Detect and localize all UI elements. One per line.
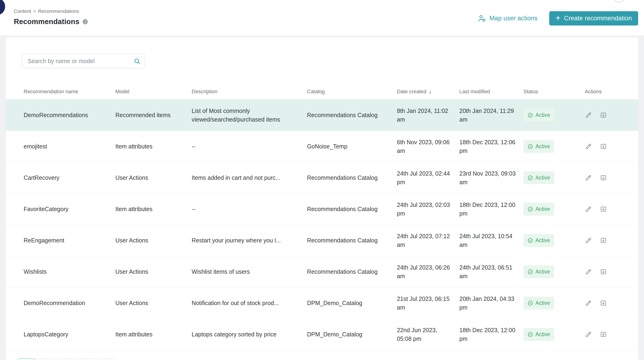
cell-last-modified: 18th Dec 2023, 12:06 pm bbox=[459, 138, 524, 155]
column-header-status[interactable]: Status bbox=[524, 89, 585, 95]
page-button-5[interactable]: 5 bbox=[98, 359, 116, 360]
cell-description: -- bbox=[192, 205, 307, 213]
create-recommendation-label: Create recommendation bbox=[564, 15, 632, 22]
page-button-4[interactable]: 4 bbox=[78, 359, 96, 360]
column-header-recommendation-name[interactable]: Recommendation name bbox=[24, 89, 115, 95]
cell-recommendation-name: DemoRecommendations bbox=[24, 111, 115, 119]
cell-recommendation-name: DemoRecommendation bbox=[24, 299, 115, 307]
cell-model: User Actions bbox=[115, 267, 192, 276]
column-header-last-modified[interactable]: Last modified bbox=[459, 89, 524, 95]
check-circle-icon bbox=[528, 206, 533, 212]
cell-last-modified: 23rd Nov 2023, 09:03 am bbox=[459, 169, 524, 186]
table-row[interactable]: DemoRecommendationUser ActionsNotificati… bbox=[6, 288, 638, 319]
cell-catalog: GoNoise_Temp bbox=[307, 142, 397, 151]
table-row[interactable]: CartRecoveryUser ActionsItems added in c… bbox=[6, 162, 638, 193]
archive-icon[interactable] bbox=[600, 299, 607, 307]
page-button-3[interactable]: 3 bbox=[58, 359, 76, 360]
table-row[interactable]: LaptopsCategoryItem attributesLaptops ca… bbox=[6, 319, 638, 350]
cell-date-created: 6th Nov 2023, 09:06 am bbox=[397, 138, 459, 155]
column-label: Description bbox=[192, 89, 218, 95]
table-row[interactable]: DemoRecommendationsRecommended itemsList… bbox=[6, 100, 638, 131]
table-row[interactable]: WishlistsUser ActionsWishlist items of u… bbox=[6, 256, 638, 288]
archive-icon[interactable] bbox=[600, 331, 607, 338]
info-icon[interactable]: i bbox=[82, 19, 88, 24]
cell-status: Active bbox=[524, 203, 585, 215]
breadcrumb-current: Recommendations bbox=[38, 8, 79, 14]
cell-actions bbox=[585, 112, 620, 119]
column-label: Status bbox=[524, 89, 538, 95]
cell-catalog: Recommendations Catalog bbox=[307, 111, 397, 119]
status-badge: Active bbox=[524, 328, 554, 341]
column-label: Model bbox=[115, 89, 130, 95]
table-row[interactable]: ReEngagementUser ActionsRestart your jou… bbox=[6, 225, 638, 256]
table-row[interactable]: emojitestItem attributes--GoNoise_Temp6t… bbox=[6, 131, 638, 162]
cell-date-created: 22nd Jun 2023, 05:08 pm bbox=[397, 326, 459, 343]
column-header-actions[interactable]: Actions bbox=[585, 89, 620, 95]
map-user-actions-label: Map user actions bbox=[489, 15, 538, 22]
column-label: Actions bbox=[585, 89, 602, 95]
cell-date-created: 24th Jul 2023, 02:03 pm bbox=[397, 200, 459, 218]
cell-date-created: 21st Jul 2023, 06:15 am bbox=[397, 295, 459, 312]
cell-status: Active bbox=[524, 297, 585, 310]
page-button-2[interactable]: 2 bbox=[38, 359, 56, 360]
page-header: Content > Recommendations Recommendation… bbox=[0, 0, 644, 35]
sort-desc-icon[interactable]: ↓ bbox=[429, 88, 432, 95]
check-circle-icon bbox=[528, 112, 533, 118]
edit-icon[interactable] bbox=[585, 205, 592, 213]
pagination: 12345 bbox=[18, 359, 638, 360]
archive-icon[interactable] bbox=[600, 237, 607, 244]
archive-icon[interactable] bbox=[600, 143, 607, 150]
edit-icon[interactable] bbox=[585, 331, 592, 338]
status-badge: Active bbox=[524, 109, 554, 122]
check-circle-icon bbox=[528, 175, 533, 181]
create-recommendation-button[interactable]: + Create recommendation bbox=[549, 11, 638, 25]
page-button-1[interactable]: 1 bbox=[18, 359, 36, 360]
cell-last-modified: 24th Jul 2023, 06:51 am bbox=[459, 263, 524, 280]
check-circle-icon bbox=[528, 332, 533, 337]
archive-icon[interactable] bbox=[600, 112, 607, 119]
cell-status: Active bbox=[524, 140, 585, 153]
cell-description: Wishlist items of users bbox=[192, 267, 307, 276]
cell-model: User Actions bbox=[115, 299, 192, 307]
cell-recommendation-name: CartRecovery bbox=[24, 174, 115, 182]
cell-description: -- bbox=[192, 142, 307, 151]
search-input[interactable] bbox=[27, 57, 131, 65]
edit-icon[interactable] bbox=[585, 112, 592, 119]
column-header-catalog[interactable]: Catalog bbox=[307, 89, 397, 95]
column-header-date-created[interactable]: Date created↓ bbox=[397, 88, 459, 95]
edit-icon[interactable] bbox=[585, 174, 592, 181]
search-icon[interactable] bbox=[134, 57, 141, 65]
map-user-actions-link[interactable]: Map user actions bbox=[478, 14, 538, 23]
edit-icon[interactable] bbox=[585, 143, 592, 150]
edit-icon[interactable] bbox=[585, 237, 592, 244]
cell-actions bbox=[585, 205, 620, 213]
cell-last-modified: 20th Jan 2024, 11:29 am bbox=[459, 107, 524, 124]
cell-model: Item attributes bbox=[115, 330, 192, 339]
edit-icon[interactable] bbox=[585, 268, 592, 275]
table-body: DemoRecommendationsRecommended itemsList… bbox=[6, 100, 638, 350]
cell-status: Active bbox=[524, 109, 585, 122]
cell-description: Restart your journey where you l... bbox=[192, 236, 307, 244]
archive-icon[interactable] bbox=[600, 174, 607, 181]
column-header-model[interactable]: Model bbox=[115, 89, 192, 95]
table-row[interactable]: FavoriteCategoryItem attributes--Recomme… bbox=[6, 193, 638, 225]
cell-catalog: Recommendations Catalog bbox=[307, 267, 397, 276]
cell-last-modified: 18th Dec 2023, 12:00 pm bbox=[459, 200, 524, 218]
cell-description: Laptops category sorted by price bbox=[192, 330, 307, 339]
archive-icon[interactable] bbox=[600, 205, 607, 213]
status-label: Active bbox=[536, 143, 550, 150]
column-header-description[interactable]: Description bbox=[192, 89, 307, 95]
header-actions: Map user actions + Create recommendation bbox=[478, 0, 638, 35]
cell-recommendation-name: FavoriteCategory bbox=[24, 205, 115, 213]
cell-status: Active bbox=[524, 328, 585, 341]
archive-icon[interactable] bbox=[600, 268, 607, 275]
cell-catalog: DPM_Demo_Catalog bbox=[307, 299, 397, 307]
cell-date-created: 8th Jan 2024, 11:02 am bbox=[397, 107, 459, 124]
breadcrumb-content[interactable]: Content bbox=[14, 8, 31, 14]
user-actions-icon bbox=[478, 14, 486, 23]
page-title: Recommendations bbox=[14, 17, 79, 26]
cell-description: List of Most commonly viewed/searched/pu… bbox=[192, 107, 307, 124]
column-label: Recommendation name bbox=[24, 89, 78, 95]
status-badge: Active bbox=[524, 297, 554, 310]
edit-icon[interactable] bbox=[585, 299, 592, 307]
